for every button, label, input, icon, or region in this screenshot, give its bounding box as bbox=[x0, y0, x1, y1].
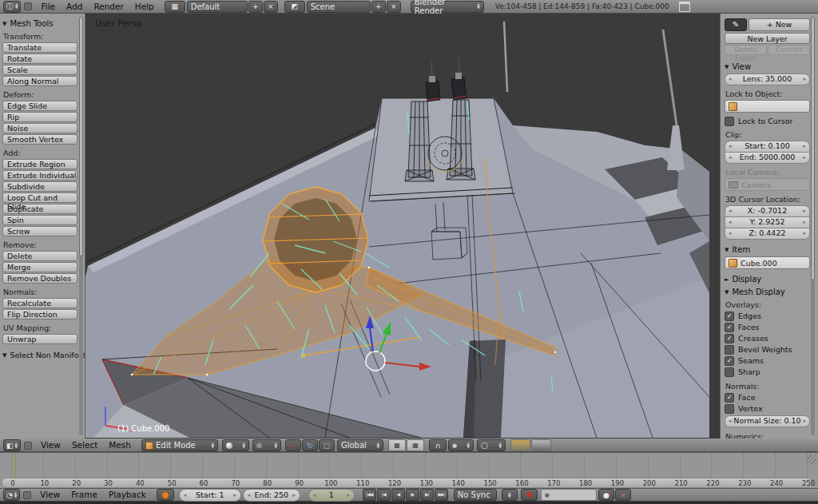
overlay-creases-checkbox[interactable]: ✓Creases bbox=[725, 333, 810, 343]
tool-button-recalculate[interactable]: Recalculate bbox=[2, 298, 77, 308]
increment-arrow-icon[interactable]: ▸ bbox=[803, 229, 806, 238]
increment-arrow-icon[interactable]: ▸ bbox=[347, 490, 350, 501]
tool-button-unwrap[interactable]: Unwrap bbox=[2, 334, 77, 344]
increment-arrow-icon[interactable]: ▸ bbox=[803, 153, 806, 162]
tool-button-delete[interactable]: Delete bbox=[2, 251, 77, 261]
close-layout-button[interactable]: × bbox=[264, 1, 278, 13]
keying-set-dropdown[interactable]: ▲▼ bbox=[502, 489, 518, 501]
render-opengl-button[interactable] bbox=[510, 439, 530, 451]
screen-layout-field[interactable]: Default bbox=[187, 1, 248, 13]
normal-face-checkbox[interactable]: ✓Face bbox=[725, 392, 810, 403]
tool-button-duplicate[interactable]: Duplicate bbox=[2, 204, 77, 214]
overlay-sharp-checkbox[interactable]: Sharp bbox=[725, 367, 810, 377]
properties-scrollbar-handle[interactable] bbox=[811, 17, 815, 280]
cursor-y-slider[interactable]: ◂ Y: 2.9252 ▸ bbox=[725, 216, 810, 228]
scene-browse-button[interactable]: ◩ bbox=[284, 1, 305, 13]
render-engine-select[interactable]: Blender Render ▲▼ bbox=[411, 1, 484, 13]
viewport-shading-select[interactable]: ▲▼ bbox=[222, 439, 249, 451]
close-scene-button[interactable]: × bbox=[387, 1, 401, 13]
lock-to-cursor-checkbox[interactable]: Lock to Cursor bbox=[725, 116, 810, 126]
manipulator-translate-toggle[interactable]: + bbox=[285, 439, 301, 451]
screen-layout-browse-button[interactable]: ▦ bbox=[165, 1, 185, 13]
play-reverse-button[interactable]: ◀ bbox=[391, 489, 405, 501]
increment-arrow-icon[interactable]: ▸ bbox=[803, 417, 806, 426]
manipulator-scale-toggle[interactable]: ▢ bbox=[319, 439, 335, 451]
item-panel-header[interactable]: ▼ Item bbox=[725, 245, 810, 254]
decrement-arrow-icon[interactable]: ◂ bbox=[184, 490, 187, 501]
lock-to-object-field[interactable] bbox=[725, 100, 810, 113]
viewport-editor-type-button[interactable]: ◧ ▲▼ bbox=[3, 439, 21, 451]
insert-keyframe-button[interactable]: ● bbox=[598, 489, 614, 501]
view-panel-header[interactable]: ▼ View bbox=[725, 62, 810, 71]
scene-field[interactable]: Scene bbox=[307, 1, 371, 13]
header-expander[interactable] bbox=[23, 491, 31, 499]
decrement-arrow-icon[interactable]: ◂ bbox=[729, 153, 732, 162]
mesh-tools-panel-header[interactable]: ▼ Mesh Tools bbox=[2, 19, 77, 28]
tool-button-extrude-region[interactable]: Extrude Region bbox=[2, 159, 77, 169]
delete-frame-button[interactable]: Delete Frame bbox=[725, 45, 767, 55]
window-icon[interactable] bbox=[679, 2, 690, 12]
manipulator-rotate-toggle[interactable]: ↻ bbox=[302, 439, 318, 451]
top-menu-file[interactable]: File bbox=[35, 0, 61, 14]
render-opengl-anim-button[interactable] bbox=[531, 439, 551, 451]
new-layer-button[interactable]: New Layer bbox=[725, 33, 810, 44]
jump-to-start-button[interactable]: |◀◀ bbox=[363, 489, 376, 501]
timeline-ruler[interactable]: 0102030405060708090100110120130140150160… bbox=[0, 478, 818, 488]
decrement-arrow-icon[interactable]: ◂ bbox=[313, 490, 316, 501]
grease-pencil-draw-button[interactable]: ✎ bbox=[725, 18, 747, 31]
tool-button-loop-cut-and-slide[interactable]: Loop Cut and Slide bbox=[2, 192, 77, 203]
viewport-menu-select[interactable]: Select bbox=[66, 439, 103, 452]
tool-button-rotate[interactable]: Rotate bbox=[2, 54, 77, 64]
frame-start-field[interactable]: ◂ Start: 1 ▸ bbox=[179, 489, 241, 502]
mode-select[interactable]: Edit Mode ▲▼ bbox=[141, 439, 218, 451]
overlay-bevel-weights-checkbox[interactable]: Bevel Weights bbox=[725, 344, 810, 355]
display-panel-header[interactable]: ► Display bbox=[725, 275, 810, 284]
paste-pose-button[interactable]: ▦ bbox=[407, 439, 424, 451]
select-non-manifold-panel-header[interactable]: ▼ Select Non Manifold bbox=[2, 351, 77, 359]
pivot-point-select[interactable]: ◎ ▲▼ bbox=[252, 439, 281, 451]
tool-button-merge[interactable]: Merge bbox=[2, 262, 77, 272]
tool-button-rip[interactable]: Rip bbox=[2, 112, 77, 122]
mesh-display-panel-header[interactable]: ▼ Mesh Display bbox=[725, 288, 810, 296]
increment-arrow-icon[interactable]: ▸ bbox=[803, 142, 806, 151]
add-layout-button[interactable]: + bbox=[248, 1, 263, 13]
decrement-arrow-icon[interactable]: ◂ bbox=[729, 75, 732, 84]
next-keyframe-button[interactable]: ▶| bbox=[420, 489, 434, 501]
viewport-menu-view[interactable]: View bbox=[35, 439, 66, 452]
transform-orientation-select[interactable]: Global ▲▼ bbox=[337, 439, 383, 451]
proportional-edit-select[interactable]: ◯ ▲▼ bbox=[477, 439, 506, 451]
tool-button-spin[interactable]: Spin bbox=[2, 215, 77, 225]
properties-scrollbar-track[interactable] bbox=[811, 17, 815, 435]
viewport-scene[interactable]: z x User Persp (1) Cube.000 bbox=[85, 14, 720, 439]
lens-slider[interactable]: ◂ Lens: 35.000 ▸ bbox=[725, 73, 810, 85]
decrement-arrow-icon[interactable]: ◂ bbox=[729, 142, 732, 151]
clip-end-slider[interactable]: ◂ End: 5000.000 ▸ bbox=[725, 152, 810, 164]
tool-shelf-scrollbar-handle[interactable] bbox=[79, 17, 83, 256]
increment-arrow-icon[interactable]: ▸ bbox=[803, 218, 806, 227]
grease-pencil-new-button[interactable]: + New bbox=[749, 18, 810, 31]
copy-pose-button[interactable]: ▦ bbox=[388, 439, 406, 451]
sync-mode-select[interactable]: No Sync bbox=[454, 489, 497, 501]
decrement-arrow-icon[interactable]: ◂ bbox=[729, 417, 732, 426]
tool-button-smooth-vertex[interactable]: Smooth Vertex bbox=[2, 134, 77, 145]
item-name-field[interactable]: Cube.000 bbox=[725, 256, 810, 269]
prev-keyframe-button[interactable]: |◀ bbox=[377, 489, 391, 501]
keying-set-field[interactable]: ● bbox=[541, 489, 597, 501]
jump-to-end-button[interactable]: ▶▶| bbox=[435, 489, 448, 501]
normal-size-slider[interactable]: ◂ Normal Size: 0.10 ▸ bbox=[725, 415, 810, 427]
increment-arrow-icon[interactable]: ▸ bbox=[803, 207, 806, 216]
snap-magnet-toggle[interactable]: ∩ bbox=[429, 439, 447, 451]
tool-button-flip-direction[interactable]: Flip Direction bbox=[2, 309, 77, 319]
timeline-canvas[interactable] bbox=[0, 452, 818, 478]
tool-button-noise[interactable]: Noise bbox=[2, 123, 77, 133]
play-button[interactable]: ▶ bbox=[406, 489, 419, 501]
decrement-arrow-icon[interactable]: ◂ bbox=[729, 218, 732, 227]
overlay-faces-checkbox[interactable]: ✓Faces bbox=[725, 322, 810, 332]
increment-arrow-icon[interactable]: ▸ bbox=[803, 75, 806, 84]
timeline-menu-playback[interactable]: Playback bbox=[103, 488, 152, 502]
decrement-arrow-icon[interactable]: ◂ bbox=[729, 229, 732, 238]
top-menu-help[interactable]: Help bbox=[129, 0, 160, 14]
local-camera-field[interactable]: Camera bbox=[725, 178, 810, 191]
cursor-x-slider[interactable]: ◂ X: -0.7012 ▸ bbox=[725, 205, 810, 216]
tool-button-along-normal[interactable]: Along Normal bbox=[2, 76, 77, 86]
